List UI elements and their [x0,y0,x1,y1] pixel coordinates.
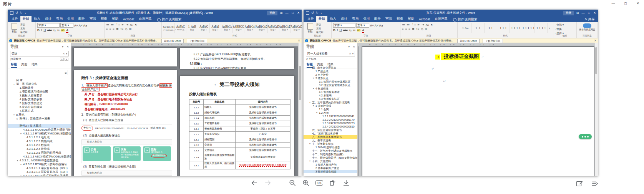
nav-item[interactable]: 十二、制造商授权书(如有) [304,153,357,156]
close-icon[interactable]: ✕ [594,39,596,42]
nav-item[interactable]: ▼十四、其他资料 [304,159,357,163]
style-cell[interactable]: 1.1.1.1.1 [522,23,535,33]
nav-item[interactable]: 附件2：技术要求 [8,124,71,128]
nav-item[interactable]: 八、其他资格条件承诺书 [304,135,357,139]
ribbon-tab[interactable]: 插入 [327,16,339,22]
nav-item[interactable]: ▼3 体系认证 [304,76,357,80]
qat-customize-icon[interactable]: ▼ [320,12,322,14]
nav-tab-results[interactable]: 结果 [32,62,38,68]
show-marks-icon[interactable]: ¶ [135,23,136,27]
sign-in-button[interactable]: 登录 [267,11,277,15]
scrollbar-thumb[interactable] [299,66,301,100]
justify-icon[interactable]: ≣ [412,27,415,31]
font-color-button[interactable]: A [362,28,364,33]
horizontal-ruler[interactable]: 2 4 6 8 10 12 14 16 18 20 22 24 26 28 30… [71,43,299,46]
minimize-icon[interactable]: — [581,11,584,15]
nav-close-icon[interactable]: ✕ [66,45,69,48]
nav-item[interactable]: ▼十、近年财务状况 [304,142,357,146]
ribbon-tab[interactable]: 邮件 [76,16,87,22]
nav-item[interactable]: ▼4.3.1.1.2 RTU模式下MODBUS数据包结构描述 [8,132,71,136]
download-icon[interactable] [342,179,350,187]
decrease-indent-icon[interactable]: ⇤ [418,23,420,27]
nav-item[interactable]: 目 录 [8,78,71,82]
style-cell[interactable]: AaBbCcD标题 7 [268,23,279,33]
ribbon-tab[interactable]: Acrobat [417,17,432,22]
replace-button[interactable]: ∙ 替换 [555,27,575,31]
nav-item[interactable]: 4.3.1.1.2.1 地址域 [8,136,71,139]
vertical-scrollbar[interactable] [594,43,598,176]
underline-button[interactable]: U [43,28,46,32]
nav-item[interactable]: 4.3.1.1.2.5 间隔的时间考虑 [8,151,71,155]
font-size-select[interactable]: 五号 ▾ [356,23,369,28]
vertical-scrollbar[interactable] [298,43,302,176]
ribbon-tab[interactable]: 文件 [9,16,20,22]
nav-item[interactable]: 7.联系方式 [8,109,71,113]
borders-icon[interactable]: ⊞ [129,27,132,31]
nav-item[interactable]: 5.投标文件的递交 [8,101,71,105]
bold-button[interactable]: B [333,28,335,32]
previous-result-icon[interactable]: ∧ [60,58,64,61]
nav-item[interactable]: 1.招标条件 [8,86,71,90]
nav-item[interactable]: ▼4 售后保障 [304,87,357,90]
scrollbar-thumb[interactable] [595,47,597,74]
learn-more-button[interactable]: 了解详细信息 [187,39,207,43]
nav-item[interactable]: ▼1 流量计业绩 [304,104,357,108]
nav-item[interactable]: 1 产品业绩 [304,70,357,73]
format-painter-button[interactable]: 格式刷 [20,31,27,34]
minimize-icon[interactable]: — [285,11,288,15]
nav-item[interactable]: 2.项目概况与招标范围 [8,90,71,94]
nav-options-icon[interactable]: ▾ [62,45,64,48]
subscript-button[interactable]: x₂ [53,29,56,32]
search-options-icon[interactable]: ▾ [66,52,67,55]
cut-button[interactable]: 剪切 [316,23,323,27]
copy-button[interactable]: 复制 [316,27,323,30]
sort-icon[interactable]: A↓ [426,23,429,27]
share-button[interactable]: ✎ 共享 [585,17,595,22]
style-cell[interactable]: 1.1.1.1.1.1 [535,23,548,33]
nav-item[interactable]: 1.2.2 24212000000086170 [304,118,357,121]
font-color-button[interactable]: A [66,28,68,33]
search-options-icon[interactable]: ▾ [352,52,354,55]
ribbon-tab[interactable]: 帮助 [110,16,121,22]
style-cell[interactable]: AaBbCcDd↵ Instruct… [163,23,175,33]
style-cell[interactable]: AaBbCcD标题 9 [291,23,302,33]
page-attachment3[interactable]: 附件 3：投标保证金递交流程 1、投标人基本账户通过公共网银或电汇形式向昆仑银行… [74,70,177,176]
page-previous-left[interactable] [74,48,177,66]
nav-item[interactable]: 4.2 承诺书 [304,94,357,97]
justify-icon[interactable]: ≣ [116,27,119,31]
nav-item[interactable]: 1.2.4 24212000000030815 [304,125,357,128]
close-icon[interactable]: ✕ [297,11,300,15]
ribbon-tab[interactable]: 视图 [98,16,110,22]
cut-button[interactable]: 剪切 [20,23,27,27]
clear-search-icon[interactable]: ✕ [349,52,351,55]
style-cell[interactable]: AaBbCcD标题 6 [256,23,268,33]
multilevel-list-icon[interactable]: ⋮≡ [115,23,120,27]
increase-indent-icon[interactable]: ⇥ [422,23,424,27]
style-cell[interactable]: 1.1.1.1 [510,23,522,33]
style-cell[interactable]: AaBbC↵ KBW 正… [175,23,186,33]
nav-item[interactable]: 2 基本存款账户信息 [304,166,357,170]
nav-item[interactable]: 3.投标人资格要求 [8,94,71,98]
style-cell[interactable]: 1.1 [485,23,497,33]
ribbon-tab[interactable]: 设计 [43,16,54,22]
save-icon[interactable] [10,11,13,15]
ribbon-tab[interactable]: 百度网盘 [136,16,154,22]
close-icon[interactable]: ✕ [632,0,644,7]
nav-item[interactable]: 4.3.1.1.2.2 功能码域 [8,139,71,143]
numbering-icon[interactable]: ≕ [111,23,114,27]
qat-customize-icon[interactable]: ▼ [24,12,26,14]
nav-item[interactable]: 4.3.1.1.2.4 校验域 [8,147,71,151]
nav-item[interactable]: 3.2 信息安全管理体系认证 [304,83,357,87]
learn-more-button[interactable]: 了解详细信息 [483,39,503,43]
horizontal-ruler[interactable]: 8 6 4 2 2 4 6 8 10 12 14 16 18 20 22 24 [358,43,595,46]
nav-item[interactable]: 4.3.1.1.2.3 数据域 [8,143,71,147]
sort-icon[interactable]: A↓ [130,23,133,27]
close-icon[interactable]: ✕ [593,11,596,15]
undo-icon[interactable]: ↺ [311,11,314,15]
zoom-out-icon[interactable] [289,179,296,187]
nav-item[interactable]: 1 2024年度审计报告 [304,146,357,149]
styles-more-icon[interactable]: ▼ [548,23,551,33]
ribbon-tab[interactable]: 开始 [20,16,32,22]
sign-in-button[interactable]: 登录 [563,11,574,15]
style-cell[interactable]: AaBbI标题 2 [210,23,221,33]
